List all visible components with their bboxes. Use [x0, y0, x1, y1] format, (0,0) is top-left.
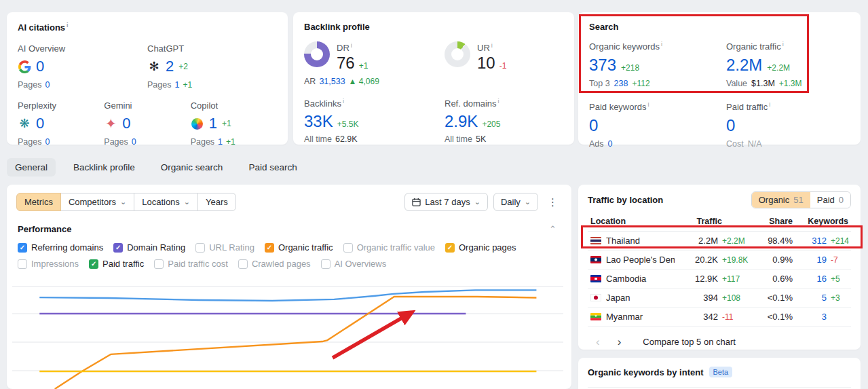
location-row-japan[interactable]: Japan 394 +108 <0.1% 5 +3: [588, 289, 851, 308]
metric-checkbox-label: AI Overviews: [335, 259, 387, 269]
site-explorer-dashboard: AI citationsi AI Overview 0 Pages 0: [0, 0, 868, 389]
tab-organic-search[interactable]: Organic search: [153, 158, 231, 177]
metric-checkbox-list: ✓ Referring domains ✓ Domain Rating ✓ UR…: [7, 235, 571, 269]
metric-value[interactable]: 0: [726, 117, 735, 134]
laos-flag-icon: [590, 256, 601, 263]
metric-checkbox-organic-pages[interactable]: ✓ Organic pages: [445, 242, 516, 253]
keywords-by-intent-title: Organic keywords by intent: [588, 367, 704, 377]
prev-page-button[interactable]: ‹: [590, 335, 605, 349]
chevron-down-icon: ⌄: [525, 198, 531, 206]
traffic-value: 394: [675, 293, 718, 303]
locations-button[interactable]: Locations⌄: [134, 193, 198, 211]
location-row-lao-people-s-democratic-reput[interactable]: Lao People's Democratic Reput 20.2K +19.…: [588, 251, 851, 270]
location-row-myanmar[interactable]: Myanmar 342 -11 <0.1% 3: [588, 308, 851, 327]
ar-value[interactable]: 31,533: [319, 77, 345, 86]
ai-citations-panel: AI citationsi AI Overview 0 Pages 0: [7, 12, 288, 145]
ref-domains-value[interactable]: 2.9K: [445, 113, 478, 130]
keywords-value[interactable]: 5: [793, 293, 827, 303]
metric-value[interactable]: 0: [589, 117, 598, 134]
metric-checkbox-label: Organic traffic value: [357, 242, 435, 253]
metric-checkbox-paid-traffic[interactable]: ✓ Paid traffic: [89, 259, 144, 269]
metric-checkbox-impressions[interactable]: ✓ Impressions: [18, 259, 79, 269]
cambodia-flag-icon: [590, 275, 601, 282]
chevron-down-icon: ⌄: [120, 198, 126, 206]
competitors-button[interactable]: Competitors⌄: [60, 193, 134, 211]
keywords-value[interactable]: 312: [793, 236, 827, 246]
metric-label: Organic keywordsi: [589, 41, 662, 52]
keywords-value[interactable]: 3: [793, 312, 827, 322]
metric-checkbox-label: Organic pages: [459, 242, 516, 253]
dr-value: 76: [337, 55, 355, 71]
checkbox-icon: ✓: [321, 259, 331, 269]
ur-delta: -1: [499, 61, 507, 71]
location-row-thailand[interactable]: Thailand 2.2M +2.2M 98.4% 312 +214: [588, 231, 851, 251]
ai-pages-row: Pages 0: [18, 137, 104, 147]
ur-label: URi: [477, 43, 493, 53]
checkbox-icon: ✓: [154, 259, 164, 269]
backlinks-value[interactable]: 33K: [304, 113, 333, 130]
calendar-icon: [412, 198, 421, 206]
granularity-button[interactable]: Daily ⌄: [493, 193, 538, 211]
share-value: <0.1%: [751, 312, 793, 322]
ai-citations-delta: +1: [222, 119, 231, 128]
compare-top5-link[interactable]: Compare top 5 on chart: [643, 337, 736, 347]
keywords-value[interactable]: 19: [793, 255, 827, 265]
metric-checkbox-organic-traffic-value[interactable]: ✓ Organic traffic value: [343, 242, 435, 253]
google-icon: [18, 60, 31, 73]
years-button[interactable]: Years: [197, 193, 236, 211]
ai-citations-count: 0: [122, 116, 130, 131]
organic-count: 51: [793, 195, 803, 205]
performance-chart-panel: Metrics Competitors⌄ Locations⌄ Years La…: [7, 185, 571, 389]
metrics-button[interactable]: Metrics: [16, 193, 61, 211]
ur-donut-chart: [445, 41, 470, 67]
info-icon: i: [498, 98, 499, 105]
checkbox-icon: ✓: [343, 243, 353, 253]
location-row-cambodia[interactable]: Cambodia 12.9K +117 0.6% 16 +5: [588, 270, 851, 289]
metric-label: Organic traffici: [726, 41, 784, 52]
organic-toggle-button[interactable]: Organic 51: [752, 192, 810, 208]
metric-checkbox-ai-overviews[interactable]: ✓ AI Overviews: [321, 259, 387, 269]
location-name: Japan: [606, 293, 630, 303]
search-metrics-grid: Organic keywordsi 373 +218 Top 3 238 +11…: [589, 40, 850, 149]
report-tabs: General Backlink profile Organic search …: [7, 158, 305, 177]
paid-toggle-button[interactable]: Paid 0: [810, 192, 850, 208]
keywords-value[interactable]: 16: [793, 274, 827, 284]
location-name: Myanmar: [606, 312, 643, 322]
traffic-value: 12.9K: [675, 274, 718, 284]
collapse-section-button[interactable]: ⌃: [545, 223, 561, 235]
metric-checkbox-url-rating[interactable]: ✓ URL Rating: [195, 242, 254, 253]
info-icon: i: [67, 22, 69, 29]
tab-paid-search[interactable]: Paid search: [240, 158, 305, 177]
checkbox-icon: ✓: [89, 259, 98, 269]
metric-checkbox-label: URL Rating: [209, 242, 254, 253]
annotation-arrow: [333, 312, 412, 358]
traffic-by-location-title: Traffic by location: [588, 195, 663, 205]
metric-checkbox-crawled-pages[interactable]: ✓ Crawled pages: [238, 259, 311, 269]
series-organic-traffic: [55, 297, 537, 389]
metric-sub-row: Value $1.3M +1.3M: [726, 79, 850, 88]
chevron-up-icon: ⌃: [549, 224, 556, 234]
metric-checkbox-domain-rating[interactable]: ✓ Domain Rating: [113, 242, 185, 253]
backlink-profile-panel: Backlink profile DRi 76 +1 URi 10: [293, 12, 574, 145]
keywords-delta: +214: [827, 236, 848, 246]
metric-value[interactable]: 373: [589, 57, 616, 73]
date-range-button[interactable]: Last 7 days ⌄: [404, 193, 488, 211]
share-value: <0.1%: [751, 293, 793, 303]
more-options-button[interactable]: ⋮: [544, 193, 562, 211]
domain-rating-widget: DRi 76 +1: [304, 41, 445, 71]
backlinks-widget: Backlinksi 33K +5.5K All time 62.9K: [304, 97, 445, 144]
search-title: Search: [589, 22, 850, 32]
chatgpt-icon: ✻: [147, 60, 161, 73]
metric-checkbox-paid-traffic-cost[interactable]: ✓ Paid traffic cost: [154, 259, 228, 269]
location-name: Thailand: [606, 236, 640, 246]
tab-general[interactable]: General: [7, 158, 56, 177]
metric-sub-row: Top 3 238 +112: [589, 79, 726, 88]
performance-line-chart[interactable]: [7, 268, 571, 389]
metric-checkbox-referring-domains[interactable]: ✓ Referring domains: [18, 242, 103, 253]
metric-checkbox-organic-traffic[interactable]: ✓ Organic traffic: [265, 242, 333, 253]
next-page-button[interactable]: ›: [612, 335, 627, 349]
backlinks-label: Backlinksi: [304, 98, 344, 109]
tab-backlink-profile[interactable]: Backlink profile: [65, 158, 143, 177]
info-icon: i: [491, 42, 493, 49]
metric-value[interactable]: 2.2M: [726, 57, 762, 73]
